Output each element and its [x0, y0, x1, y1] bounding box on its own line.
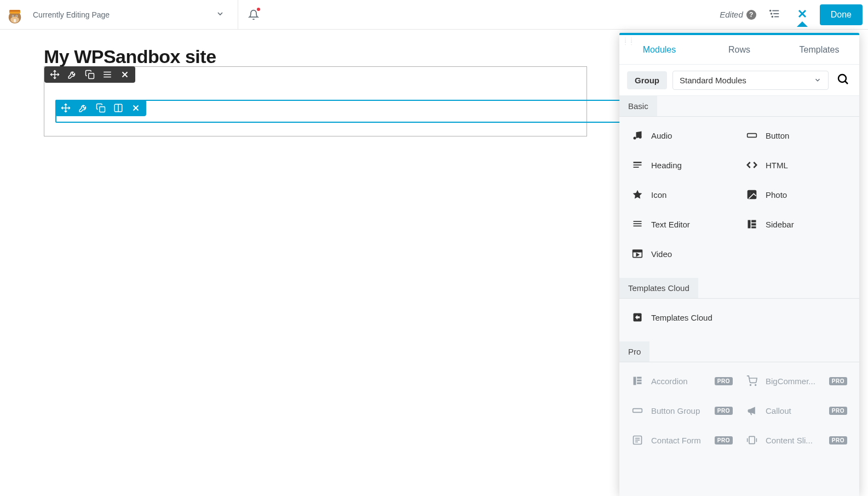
- menu-icon[interactable]: [102, 70, 112, 79]
- svg-point-43: [750, 192, 751, 194]
- row-toolbar: [44, 66, 135, 83]
- module-button[interactable]: Button: [743, 122, 850, 149]
- svg-point-5: [16, 15, 18, 16]
- panel-controls: Group Standard Modules: [619, 65, 859, 96]
- wrench-icon[interactable]: [67, 70, 77, 79]
- edited-status[interactable]: Edited ?: [715, 10, 761, 20]
- svg-rect-66: [749, 436, 755, 443]
- row-outline[interactable]: [44, 66, 587, 136]
- button-icon: [746, 130, 758, 141]
- section-basic-header: Basic: [619, 96, 657, 116]
- copy-icon[interactable]: [96, 103, 106, 113]
- svg-point-36: [639, 136, 642, 139]
- module-video[interactable]: Video: [628, 241, 736, 267]
- svg-point-13: [770, 10, 771, 11]
- panel-tabs: Modules Rows Templates: [619, 35, 859, 65]
- module-contact-form[interactable]: Contact FormPRO: [628, 427, 736, 453]
- builder-logo[interactable]: [0, 0, 30, 30]
- svg-rect-48: [751, 220, 756, 223]
- module-html[interactable]: HTML: [743, 152, 850, 178]
- module-sidebar[interactable]: Sidebar: [743, 211, 850, 237]
- chevron-down-icon: [814, 76, 821, 84]
- section-templates-cloud-header: Templates Cloud: [619, 278, 698, 298]
- sidebar-icon: [746, 219, 758, 230]
- video-icon: [631, 248, 643, 259]
- copy-icon[interactable]: [85, 70, 95, 79]
- module-photo[interactable]: Photo: [743, 181, 850, 208]
- column-outline[interactable]: [55, 100, 639, 123]
- search-button[interactable]: [834, 70, 852, 90]
- svg-point-4: [13, 15, 14, 16]
- heading-icon: [631, 159, 643, 170]
- pro-badge: PRO: [829, 407, 847, 415]
- pro-badge: PRO: [829, 436, 847, 444]
- module-text-editor[interactable]: Text Editor: [628, 211, 736, 237]
- top-bar: Currently Editing Page Edited ? Done: [0, 0, 868, 30]
- move-icon[interactable]: [50, 70, 60, 79]
- slider-icon: [746, 435, 758, 446]
- svg-rect-46: [634, 226, 642, 227]
- svg-line-34: [846, 82, 848, 84]
- chevron-down-icon[interactable]: [211, 5, 229, 25]
- tab-rows[interactable]: Rows: [699, 35, 779, 64]
- svg-rect-38: [634, 162, 642, 163]
- svg-rect-52: [633, 250, 642, 252]
- svg-marker-41: [633, 190, 642, 199]
- svg-rect-9: [15, 19, 15, 22]
- pro-badge: PRO: [715, 377, 733, 385]
- move-icon[interactable]: [61, 103, 71, 113]
- pro-badge: PRO: [715, 407, 733, 415]
- module-icon[interactable]: Icon: [628, 181, 736, 208]
- text-icon: [631, 219, 643, 230]
- svg-rect-44: [634, 221, 642, 222]
- svg-point-35: [634, 137, 636, 140]
- svg-rect-40: [634, 167, 639, 168]
- form-icon: [631, 435, 643, 446]
- svg-rect-50: [751, 226, 756, 228]
- module-bigcommerce[interactable]: BigCommer...PRO: [743, 368, 850, 394]
- content-panel: ⋮⋮⋮⋮ Modules Rows Templates Group Standa…: [619, 33, 859, 496]
- code-icon: [746, 159, 758, 170]
- search-icon: [836, 72, 849, 85]
- close-panel-button[interactable]: [788, 7, 817, 22]
- column-toolbar: [55, 100, 146, 116]
- svg-point-33: [838, 75, 846, 82]
- module-button-group[interactable]: Button GroupPRO: [628, 397, 736, 424]
- module-audio[interactable]: Audio: [628, 122, 736, 149]
- close-icon[interactable]: [131, 103, 141, 113]
- svg-rect-37: [748, 134, 757, 138]
- svg-rect-8: [14, 19, 14, 22]
- module-templates-cloud[interactable]: Templates Cloud: [628, 304, 736, 330]
- panel-body[interactable]: Basic Audio Button Heading HTML Icon Pho…: [619, 96, 859, 496]
- svg-point-15: [772, 16, 773, 17]
- svg-rect-55: [634, 377, 636, 385]
- help-icon[interactable]: ?: [746, 10, 756, 20]
- columns-icon[interactable]: [113, 103, 123, 113]
- svg-rect-7: [9, 10, 20, 12]
- module-content-slider[interactable]: Content Sli...PRO: [743, 427, 850, 453]
- svg-rect-56: [637, 377, 641, 379]
- bullhorn-icon: [746, 405, 758, 416]
- dropdown-value: Standard Modules: [680, 76, 746, 85]
- basic-modules-grid: Audio Button Heading HTML Icon Photo Tex…: [619, 117, 859, 278]
- close-icon[interactable]: [120, 70, 130, 79]
- group-chip[interactable]: Group: [627, 71, 667, 89]
- title-block[interactable]: Currently Editing Page: [30, 1, 238, 29]
- svg-point-14: [771, 13, 772, 14]
- outline-button[interactable]: [761, 8, 788, 22]
- svg-point-1: [10, 16, 19, 22]
- tab-templates[interactable]: Templates: [779, 35, 859, 64]
- svg-rect-49: [751, 223, 756, 225]
- accordion-icon: [631, 375, 643, 386]
- module-heading[interactable]: Heading: [628, 152, 736, 178]
- module-accordion[interactable]: AccordionPRO: [628, 368, 736, 394]
- done-button[interactable]: Done: [820, 4, 863, 25]
- svg-marker-53: [636, 253, 639, 256]
- module-group-dropdown[interactable]: Standard Modules: [672, 71, 829, 90]
- module-callout[interactable]: CalloutPRO: [743, 397, 850, 424]
- drag-handle-icon[interactable]: ⋮⋮⋮⋮: [623, 38, 635, 44]
- svg-rect-20: [89, 73, 94, 79]
- image-icon: [746, 189, 758, 200]
- wrench-icon[interactable]: [78, 103, 88, 113]
- notifications-button[interactable]: [238, 0, 269, 30]
